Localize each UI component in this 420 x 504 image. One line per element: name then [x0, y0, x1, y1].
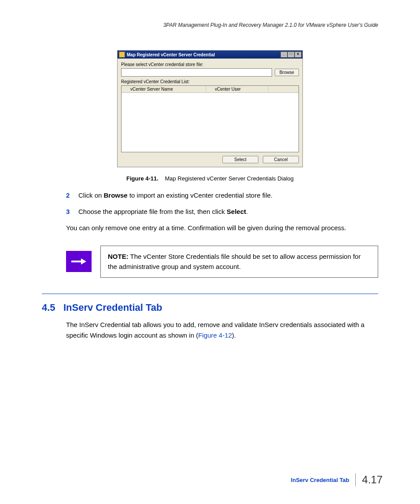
section-heading: 4.5 InServ Credential Tab: [42, 302, 378, 313]
section-title: InServ Credential Tab: [63, 302, 162, 313]
step-bold: Browse: [104, 191, 128, 199]
column-server-name: vCenter Server Name: [122, 86, 206, 92]
dialog-window: Map Registered vCenter Server Credential…: [117, 50, 303, 167]
list-label: Registered vCenter Credential List:: [121, 79, 299, 84]
step-number: 2: [66, 191, 78, 201]
figure-caption-text: Map Registered vCenter Server Credential…: [165, 175, 294, 182]
note-block: NOTE: The vCenter Store Credentials file…: [66, 246, 378, 278]
section-body: The InServ Credential tab allows you to …: [66, 320, 378, 341]
dialog-titlebar: Map Registered vCenter Server Credential…: [118, 51, 302, 59]
dialog-title: Map Registered vCenter Server Credential: [127, 52, 215, 57]
step-number: 3: [66, 207, 78, 217]
svg-rect-0: [71, 261, 81, 262]
note-body: The vCenter Store Credentials file shoul…: [108, 253, 361, 270]
minimize-button[interactable]: _: [280, 52, 287, 58]
credential-list[interactable]: vCenter Server Name vCenter User: [121, 85, 299, 152]
step-text: to import an existing vCenter credential…: [128, 191, 273, 199]
section-number: 4.5: [42, 302, 55, 313]
figure-caption: Figure 4-11. Map Registered vCenter Serv…: [42, 175, 378, 182]
cancel-button[interactable]: Cancel: [263, 156, 299, 163]
select-button[interactable]: Select: [222, 156, 258, 163]
file-prompt-label: Please select vCenter credential store f…: [121, 62, 299, 67]
step-bold: Select: [227, 208, 246, 215]
step-text: Click on: [78, 191, 104, 199]
column-user: vCenter User: [206, 86, 269, 92]
step-text: Choose the appropriate file from the lis…: [78, 208, 227, 215]
section-divider: [42, 294, 378, 294]
browse-button[interactable]: Browse: [275, 69, 299, 76]
step-text: .: [246, 208, 248, 215]
page-footer: InServ Credential Tab 4.17: [291, 473, 383, 486]
footer-divider: [355, 473, 356, 486]
paragraph: You can only remove one entry at a time.…: [66, 223, 378, 233]
figure-link[interactable]: Figure 4-12: [198, 331, 232, 339]
note-arrow-icon: [66, 251, 92, 272]
page-number: 4.17: [362, 474, 383, 486]
note-label: NOTE:: [108, 253, 129, 260]
app-icon: [119, 52, 125, 58]
figure-label: Figure 4-11.: [126, 175, 158, 182]
svg-marker-1: [81, 258, 86, 265]
step-2: 2 Click on Browse to import an existing …: [66, 191, 378, 201]
section-text: ).: [232, 331, 236, 339]
page-header: 3PAR Management Plug-In and Recovery Man…: [42, 22, 378, 28]
footer-section-label: InServ Credential Tab: [291, 477, 350, 483]
step-3: 3 Choose the appropriate file from the l…: [66, 207, 378, 217]
close-button[interactable]: X: [295, 52, 302, 58]
file-path-input[interactable]: [121, 68, 272, 77]
maximize-button[interactable]: □: [287, 52, 295, 58]
